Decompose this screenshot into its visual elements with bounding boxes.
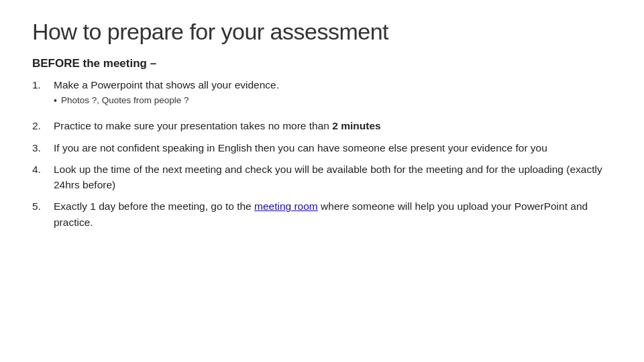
step-text: Make a Powerpoint that shows all your ev… — [54, 79, 279, 90]
list-item: 1. Make a Powerpoint that shows all your… — [32, 77, 612, 112]
step-content: Practice to make sure your presentation … — [54, 118, 612, 133]
step-content: Exactly 1 day before the meeting, go to … — [54, 198, 612, 230]
step-text: If you are not confident speaking in Eng… — [54, 142, 547, 154]
bullet-text: Photos ?, Quotes from people ? — [61, 94, 189, 107]
step-number: 1. — [32, 77, 54, 93]
meeting-room-link[interactable]: meeting room — [254, 200, 318, 212]
step-number: 2. — [32, 118, 54, 133]
step-number: 5. — [32, 198, 54, 214]
list-item: 4. Look up the time of the next meeting … — [32, 162, 612, 193]
page: How to prepare for your assessment BEFOR… — [0, 0, 644, 362]
bold-text: 2 minutes — [332, 120, 380, 131]
bullet-item: Photos ?, Quotes from people ? — [54, 94, 612, 108]
bullet-list: Photos ?, Quotes from people ? — [54, 94, 612, 108]
step-number: 3. — [32, 140, 54, 156]
list-item: 5. Exactly 1 day before the meeting, go … — [32, 198, 612, 230]
step-text: Look up the time of the next meeting and… — [54, 164, 602, 190]
step-number: 4. — [32, 162, 54, 177]
step-content: If you are not confident speaking in Eng… — [54, 140, 612, 156]
step-content: Make a Powerpoint that shows all your ev… — [54, 77, 612, 112]
list-item: 2. Practice to make sure your presentati… — [32, 118, 612, 133]
steps-list: 1. Make a Powerpoint that shows all your… — [32, 77, 612, 230]
page-title: How to prepare for your assessment — [32, 19, 612, 45]
list-item: 3. If you are not confident speaking in … — [32, 140, 612, 156]
step-text: Exactly 1 day before the meeting, go to … — [54, 200, 588, 227]
step-content: Look up the time of the next meeting and… — [54, 162, 612, 193]
step-text: Practice to make sure your presentation … — [54, 120, 381, 131]
section-heading: BEFORE the meeting – — [32, 57, 612, 70]
